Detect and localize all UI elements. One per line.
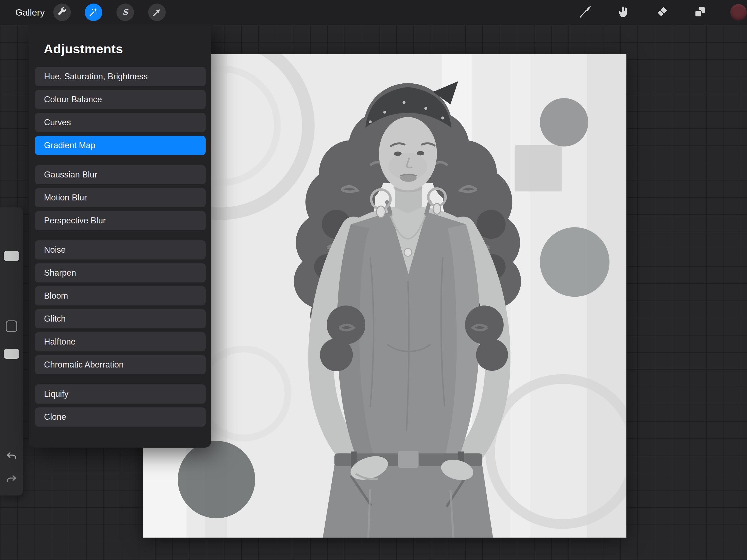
adjustment-item-liquify[interactable]: Liquify [35, 384, 206, 404]
adjustment-item-bloom[interactable]: Bloom [35, 286, 206, 305]
layers-button[interactable] [692, 5, 707, 20]
opacity-slider[interactable] [4, 349, 19, 359]
adjustment-item-hsb[interactable]: Hue, Saturation, Brightness [35, 67, 206, 86]
redo-icon [5, 473, 18, 485]
adjustment-item-noise[interactable]: Noise [35, 240, 206, 259]
brush-size-slider[interactable] [4, 251, 19, 261]
adjustments-panel: Adjustments Hue, Saturation, Brightness … [29, 25, 211, 448]
magic-wand-icon [87, 6, 100, 18]
adjustment-item-glitch[interactable]: Glitch [35, 309, 206, 328]
adjustment-group-blur: Gaussian Blur Motion Blur Perspective Bl… [35, 165, 206, 230]
adjustment-item-colour-balance[interactable]: Colour Balance [35, 90, 206, 109]
adjustment-item-curves[interactable]: Curves [35, 113, 206, 132]
eraser-tool-button[interactable] [654, 5, 669, 20]
actions-button[interactable] [53, 4, 71, 21]
adjustment-item-sharpen[interactable]: Sharpen [35, 263, 206, 282]
sidebar [0, 207, 23, 495]
panel-title: Adjustments [44, 41, 123, 56]
paintbrush-icon [578, 5, 592, 19]
brush-tool-button[interactable] [577, 5, 593, 20]
smudge-finger-icon [616, 5, 630, 19]
smudge-tool-button[interactable] [616, 5, 631, 20]
adjustment-group-effects: Noise Sharpen Bloom Glitch Halftone Chro… [35, 240, 206, 374]
layers-icon [693, 5, 707, 19]
gallery-button[interactable]: Gallery [15, 0, 45, 25]
adjustments-button[interactable] [85, 4, 102, 21]
adjustment-item-halftone[interactable]: Halftone [35, 332, 206, 351]
adjustment-group-color: Hue, Saturation, Brightness Colour Balan… [35, 67, 206, 155]
adjustment-item-gradient-map[interactable]: Gradient Map [35, 136, 206, 155]
adjustment-item-chromatic-aberration[interactable]: Chromatic Aberration [35, 355, 206, 374]
modify-button[interactable] [6, 321, 17, 332]
adjustment-item-motion-blur[interactable]: Motion Blur [35, 188, 206, 207]
top-toolbar: Gallery S [0, 0, 747, 25]
svg-text:S: S [123, 8, 129, 17]
transform-arrow-icon [151, 6, 163, 18]
selection-button[interactable]: S [117, 4, 134, 21]
adjustment-item-gaussian-blur[interactable]: Gaussian Blur [35, 165, 206, 184]
transform-button[interactable] [148, 4, 166, 21]
undo-button[interactable] [5, 450, 18, 462]
redo-button[interactable] [5, 473, 18, 485]
active-color-swatch[interactable] [730, 4, 747, 21]
adjustment-item-perspective-blur[interactable]: Perspective Blur [35, 211, 206, 230]
artwork-image [143, 54, 626, 538]
undo-icon [5, 450, 18, 462]
adjustment-item-clone[interactable]: Clone [35, 407, 206, 427]
eraser-icon [654, 5, 669, 19]
selection-s-icon: S [119, 6, 131, 18]
canvas[interactable] [143, 54, 626, 538]
wrench-icon [56, 6, 68, 18]
adjustments-list: Hue, Saturation, Brightness Colour Balan… [35, 67, 206, 437]
adjustment-group-warp: Liquify Clone [35, 384, 206, 427]
